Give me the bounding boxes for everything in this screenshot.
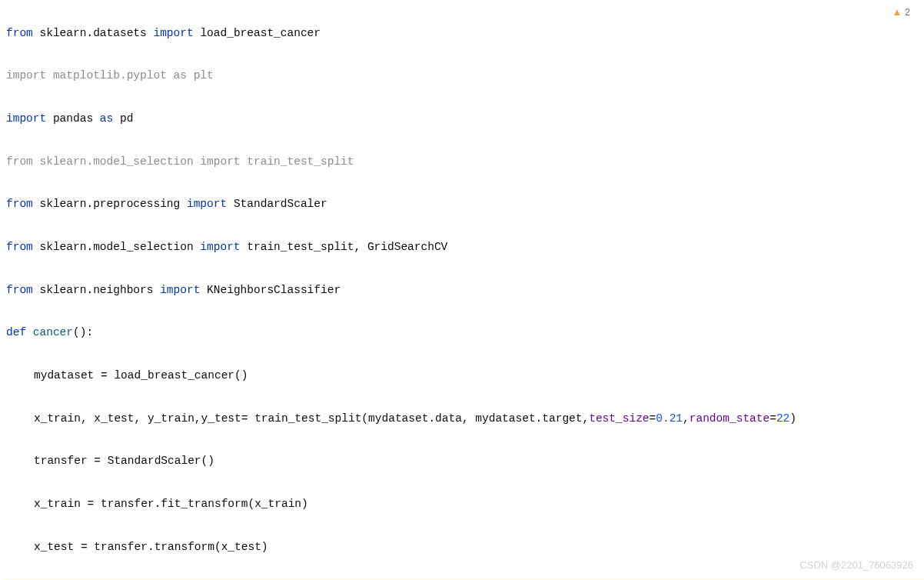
code-line: from sklearn.datasets import load_breast… <box>3 23 924 45</box>
code-line: x_train, x_test, y_train,y_test= train_t… <box>3 408 924 430</box>
warning-count: 2 <box>905 4 910 22</box>
code-line: import matplotlib.pyplot as plt <box>3 65 924 87</box>
code-line: x_test = transfer.transform(x_test) <box>3 537 924 558</box>
code-line: from sklearn.neighbors import KNeighbors… <box>3 280 924 302</box>
code-line: import pandas as pd <box>3 108 924 130</box>
warnings-indicator[interactable]: ▲ 2 <box>892 3 910 22</box>
code-editor[interactable]: from sklearn.datasets import load_breast… <box>0 0 924 580</box>
code-line: transfer = StandardScaler() <box>3 451 924 472</box>
warning-icon: ▲ <box>892 3 902 22</box>
code-line: mydataset = load_breast_cancer() <box>3 365 924 387</box>
watermark: CSDN @2201_76063926 <box>799 556 913 575</box>
code-line: from sklearn.model_selection import trai… <box>3 237 924 258</box>
code-line: from sklearn.model_selection import trai… <box>3 152 924 173</box>
code-line: x_train = transfer.fit_transform(x_train… <box>3 494 924 515</box>
code-line: def cancer(): <box>3 322 924 344</box>
code-line: from sklearn.preprocessing import Standa… <box>3 194 924 215</box>
